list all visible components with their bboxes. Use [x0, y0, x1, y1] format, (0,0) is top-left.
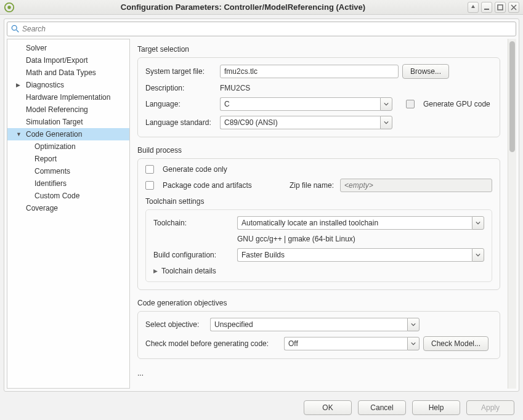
- build-process-heading: Build process: [137, 146, 500, 155]
- generate-code-only-checkbox[interactable]: [145, 165, 154, 174]
- language-standard-combo[interactable]: C89/C90 (ANSI): [220, 116, 392, 129]
- language-value: C: [220, 97, 380, 111]
- close-button[interactable]: [508, 2, 519, 13]
- target-selection-heading: Target selection: [137, 45, 500, 54]
- window-title: Configuration Parameters: Controller/Mod…: [18, 2, 468, 12]
- minimize-button[interactable]: [481, 2, 492, 13]
- scrollbar-thumb[interactable]: [509, 41, 515, 152]
- sidebar-item-simulation-target[interactable]: Simulation Target: [7, 116, 129, 128]
- objectives-group: Select objective: Unspecified Check mode…: [137, 311, 500, 359]
- apply-button: Apply: [466, 400, 514, 415]
- sidebar-item-custom-code[interactable]: Custom Code: [7, 190, 129, 202]
- select-objective-label: Select objective:: [145, 320, 204, 329]
- generate-gpu-label: Generate GPU code: [423, 100, 490, 108]
- window: Configuration Parameters: Controller/Mod…: [0, 0, 523, 420]
- content-area: Solver Data Import/Export Math and Data …: [4, 18, 519, 392]
- footer: OK Cancel Help Apply: [0, 395, 523, 420]
- description-label: Description:: [145, 84, 216, 92]
- chevron-down-icon: ▼: [16, 131, 22, 137]
- generate-gpu-checkbox: [406, 100, 415, 108]
- sidebar-item-comments[interactable]: Comments: [7, 165, 129, 177]
- sidebar-item-data-import-export[interactable]: Data Import/Export: [7, 54, 129, 67]
- sidebar-item-report[interactable]: Report: [7, 153, 129, 165]
- sidebar-item-solver[interactable]: Solver: [7, 42, 129, 54]
- detail-panel: Target selection System target file: Bro…: [130, 39, 508, 389]
- app-icon: [4, 2, 15, 13]
- language-standard-label: Language standard:: [145, 118, 216, 127]
- toolchain-details-expander[interactable]: ▶ Toolchain details: [153, 267, 216, 275]
- language-combo[interactable]: C: [220, 97, 392, 111]
- search-icon: [11, 25, 20, 33]
- chevron-right-icon: ▶: [153, 268, 158, 274]
- sidebar-item-identifiers[interactable]: Identifiers: [7, 177, 129, 190]
- sidebar-item-hardware-implementation[interactable]: Hardware Implementation: [7, 91, 129, 103]
- build-process-group: Generate code only Package code and arti…: [137, 158, 500, 290]
- description-value: FMU2CS: [220, 84, 250, 92]
- svg-point-1: [7, 6, 10, 9]
- svg-point-4: [12, 25, 17, 30]
- package-code-label: Package code and artifacts: [163, 181, 286, 190]
- svg-line-5: [17, 30, 19, 33]
- toolchain-settings-box: Toolchain: Automatically locate an insta…: [145, 209, 492, 282]
- window-controls: [468, 2, 519, 13]
- sidebar-item-math-data-types[interactable]: Math and Data Types: [7, 67, 129, 79]
- generate-code-only-label: Generate code only: [163, 165, 227, 174]
- svg-rect-2: [484, 9, 489, 10]
- objectives-heading: Code generation objectives: [137, 299, 500, 307]
- titlebar: Configuration Parameters: Controller/Mod…: [0, 0, 523, 15]
- maximize-button[interactable]: [495, 2, 506, 13]
- language-label: Language:: [145, 100, 216, 108]
- check-model-button[interactable]: Check Model...: [423, 336, 489, 351]
- scrollbar[interactable]: [508, 39, 516, 389]
- build-configuration-value: Faster Builds: [237, 248, 472, 262]
- package-code-checkbox[interactable]: [145, 181, 154, 190]
- check-model-combo[interactable]: Off: [284, 337, 420, 350]
- toolchain-detected: GNU gcc/g++ | gmake (64-bit Linux): [237, 235, 355, 243]
- svg-rect-3: [498, 5, 503, 10]
- chevron-down-icon[interactable]: [407, 337, 420, 350]
- select-objective-value: Unspecified: [210, 318, 407, 331]
- search-row: [7, 22, 516, 39]
- main-split: Solver Data Import/Export Math and Data …: [7, 39, 516, 389]
- toolchain-combo[interactable]: Automatically locate an installed toolch…: [237, 216, 484, 230]
- more-indicator: ...: [137, 368, 500, 381]
- chevron-down-icon[interactable]: [380, 116, 392, 129]
- language-standard-value: C89/C90 (ANSI): [220, 116, 380, 129]
- sidebar-item-code-generation[interactable]: ▼Code Generation: [7, 128, 129, 140]
- chevron-down-icon[interactable]: [472, 216, 484, 230]
- chevron-down-icon[interactable]: [380, 97, 392, 111]
- sidebar-item-model-referencing[interactable]: Model Referencing: [7, 103, 129, 116]
- select-objective-combo[interactable]: Unspecified: [210, 318, 420, 331]
- search-input[interactable]: [22, 25, 512, 33]
- chevron-down-icon[interactable]: [407, 318, 420, 331]
- zip-file-label: Zip file name:: [290, 181, 334, 190]
- search-box[interactable]: [7, 22, 516, 36]
- check-model-value: Off: [284, 337, 407, 350]
- sidebar-item-label: Code Generation: [26, 130, 82, 139]
- sidebar: Solver Data Import/Export Math and Data …: [7, 39, 130, 389]
- toolchain-value: Automatically locate an installed toolch…: [237, 216, 472, 230]
- zip-file-input: [340, 179, 492, 192]
- sidebar-item-optimization[interactable]: Optimization: [7, 140, 129, 153]
- system-target-file-input[interactable]: [220, 65, 399, 78]
- sidebar-item-diagnostics[interactable]: ▶Diagnostics: [7, 79, 129, 91]
- browse-button[interactable]: Browse...: [402, 64, 449, 79]
- toolchain-details-label: Toolchain details: [161, 267, 216, 275]
- toolchain-settings-label: Toolchain settings: [145, 197, 492, 206]
- ok-button[interactable]: OK: [304, 400, 352, 415]
- toolchain-label: Toolchain:: [153, 219, 233, 227]
- build-configuration-combo[interactable]: Faster Builds: [237, 248, 484, 262]
- sidebar-item-label: Diagnostics: [26, 81, 64, 89]
- target-selection-group: System target file: Browse... Descriptio…: [137, 57, 500, 137]
- system-target-file-label: System target file:: [145, 67, 216, 76]
- chevron-right-icon: ▶: [16, 82, 20, 88]
- sidebar-item-coverage[interactable]: Coverage: [7, 202, 129, 214]
- chevron-down-icon[interactable]: [472, 248, 484, 262]
- detail-wrap: Target selection System target file: Bro…: [130, 39, 516, 389]
- cancel-button[interactable]: Cancel: [358, 400, 406, 415]
- check-model-label: Check model before generating code:: [145, 339, 278, 348]
- always-on-top-button[interactable]: [468, 2, 479, 13]
- help-button[interactable]: Help: [412, 400, 460, 415]
- build-configuration-label: Build configuration:: [153, 251, 233, 259]
